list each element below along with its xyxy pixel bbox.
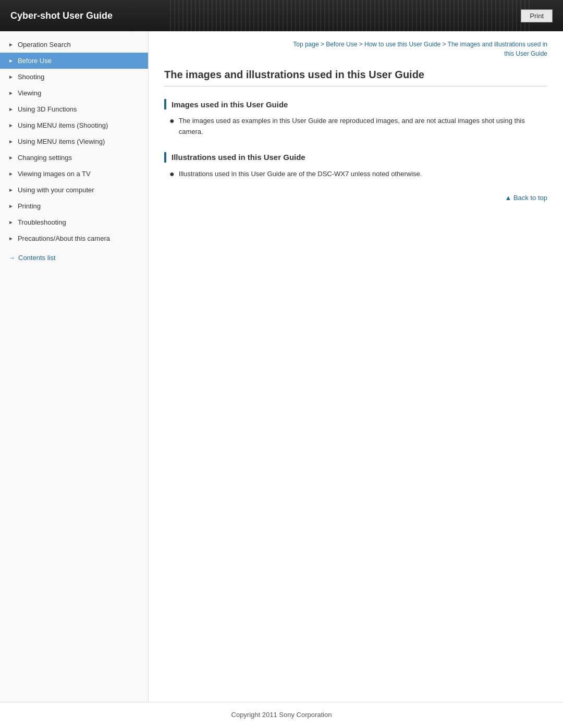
main-layout: ►Operation Search►Before Use►Shooting►Vi…: [0, 31, 563, 702]
sidebar-item-using-menu-items-viewing[interactable]: ►Using MENU items (Viewing): [0, 133, 148, 150]
sidebar-item-using-3d-functions[interactable]: ►Using 3D Functions: [0, 101, 148, 117]
breadcrumb-top-page[interactable]: Top page: [293, 41, 319, 48]
images-bullet-list: ● The images used as examples in this Us…: [164, 116, 547, 138]
section-images-title: Images used in this User Guide: [172, 100, 288, 109]
breadcrumb-sep3: >: [442, 41, 447, 48]
breadcrumb-this-guide[interactable]: this User Guide: [504, 50, 547, 57]
sidebar-item-label: Viewing: [18, 89, 41, 97]
section-images: Images used in this User Guide ● The ima…: [164, 99, 547, 138]
arrow-right-icon: →: [8, 254, 15, 262]
sidebar-item-label: Shooting: [18, 73, 44, 81]
sidebar-item-label: Using MENU items (Viewing): [18, 138, 105, 145]
header: Cyber-shot User Guide Print: [0, 0, 563, 31]
sidebar-item-before-use[interactable]: ►Before Use: [0, 53, 148, 69]
arrow-icon: ►: [8, 219, 14, 225]
breadcrumb-line1: Top page > Before Use > How to use this …: [293, 41, 547, 48]
sidebar-item-label: Using MENU items (Shooting): [18, 121, 108, 129]
bullet-dot-icon: ●: [169, 116, 175, 127]
illustrations-bullet-text: Illustrations used in this User Guide ar…: [179, 169, 422, 180]
arrow-icon: ►: [8, 42, 14, 47]
sidebar-item-label: Using with your computer: [18, 186, 94, 194]
sidebar-item-label: Printing: [18, 202, 41, 210]
page-title: The images and illustrations used in thi…: [164, 69, 547, 87]
sidebar-item-label: Troubleshooting: [18, 218, 66, 226]
section-illustrations: Illustrations used in this User Guide ● …: [164, 152, 547, 180]
sidebar-item-label: Operation Search: [18, 41, 71, 48]
breadcrumb-sep2: >: [359, 41, 364, 48]
contents-list-link[interactable]: → Contents list: [0, 249, 148, 267]
sidebar-item-label: Before Use: [18, 57, 52, 65]
header-title: Cyber-shot User Guide: [10, 10, 113, 21]
copyright: Copyright 2011 Sony Corporation: [231, 711, 332, 719]
arrow-icon: ►: [8, 74, 14, 80]
arrow-icon: ►: [8, 187, 14, 193]
section-illustrations-title: Illustrations used in this User Guide: [172, 153, 305, 162]
section-bar-icon: [164, 99, 166, 109]
images-bullet-text: The images used as examples in this User…: [179, 116, 547, 138]
arrow-icon: ►: [8, 122, 14, 128]
arrow-icon: ►: [8, 106, 14, 112]
arrow-icon: ►: [8, 236, 14, 241]
sidebar-item-operation-search[interactable]: ►Operation Search: [0, 36, 148, 53]
illustrations-bullet-list: ● Illustrations used in this User Guide …: [164, 169, 547, 180]
sidebar-item-printing[interactable]: ►Printing: [0, 198, 148, 214]
breadcrumb-images-link[interactable]: The images and illustrations used in: [448, 41, 547, 48]
breadcrumb-sep1: >: [321, 41, 326, 48]
sidebar-item-label: Precautions/About this camera: [18, 235, 110, 242]
breadcrumb-before-use[interactable]: Before Use: [326, 41, 357, 48]
arrow-icon: ►: [8, 203, 14, 209]
sidebar-item-using-menu-items-shooting[interactable]: ►Using MENU items (Shooting): [0, 117, 148, 133]
sidebar-item-viewing[interactable]: ►Viewing: [0, 85, 148, 101]
contents-list-label: Contents list: [18, 254, 56, 262]
section-bar-icon2: [164, 152, 166, 163]
sidebar: ►Operation Search►Before Use►Shooting►Vi…: [0, 31, 149, 702]
sidebar-item-shooting[interactable]: ►Shooting: [0, 69, 148, 85]
sidebar-item-troubleshooting[interactable]: ►Troubleshooting: [0, 214, 148, 230]
back-to-top[interactable]: ▲ Back to top: [164, 194, 547, 202]
back-to-top-link[interactable]: ▲ Back to top: [505, 194, 547, 202]
content-area: Top page > Before Use > How to use this …: [149, 31, 563, 702]
list-item: ● Illustrations used in this User Guide …: [169, 169, 547, 180]
print-button[interactable]: Print: [521, 9, 553, 22]
arrow-icon: ►: [8, 90, 14, 96]
section-illustrations-heading: Illustrations used in this User Guide: [164, 152, 547, 163]
arrow-icon: ►: [8, 171, 14, 177]
footer: Copyright 2011 Sony Corporation: [0, 702, 563, 727]
breadcrumb-how-to-use[interactable]: How to use this User Guide: [364, 41, 440, 48]
arrow-icon: ►: [8, 155, 14, 161]
sidebar-item-precautionsabout-this-camera[interactable]: ►Precautions/About this camera: [0, 230, 148, 246]
sidebar-item-using-with-your-computer[interactable]: ►Using with your computer: [0, 182, 148, 198]
list-item: ● The images used as examples in this Us…: [169, 116, 547, 138]
arrow-icon: ►: [8, 139, 14, 144]
section-images-heading: Images used in this User Guide: [164, 99, 547, 109]
arrow-icon: ►: [8, 58, 14, 64]
breadcrumb: Top page > Before Use > How to use this …: [164, 40, 547, 58]
sidebar-item-label: Using 3D Functions: [18, 105, 77, 113]
sidebar-item-label: Viewing images on a TV: [18, 170, 91, 178]
sidebar-item-viewing-images-on-a-tv[interactable]: ►Viewing images on a TV: [0, 166, 148, 182]
sidebar-item-changing-settings[interactable]: ►Changing settings: [0, 150, 148, 166]
bullet-dot-icon2: ●: [169, 169, 175, 180]
sidebar-item-label: Changing settings: [18, 154, 72, 162]
